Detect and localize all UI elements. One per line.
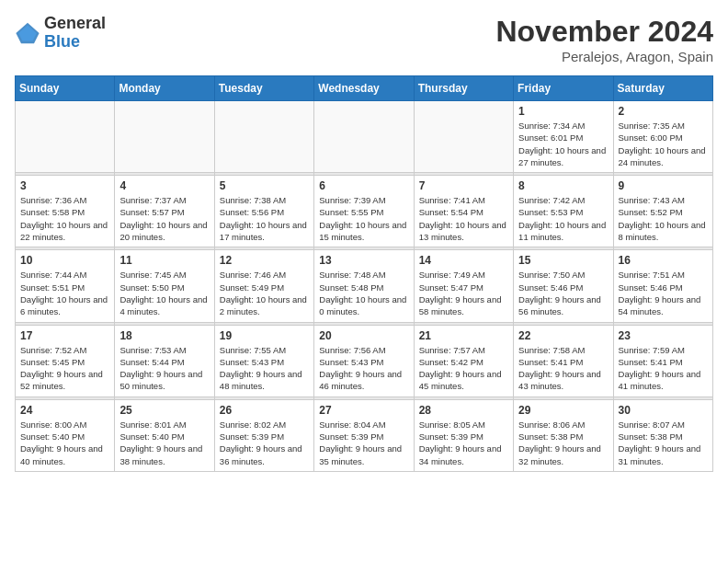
day-header-sunday: Sunday <box>16 76 115 101</box>
calendar-cell: 11Sunrise: 7:45 AMSunset: 5:50 PMDayligh… <box>115 250 214 322</box>
day-info: Sunrise: 7:59 AMSunset: 5:41 PMDaylight:… <box>619 344 708 393</box>
calendar-cell <box>115 101 214 173</box>
day-info: Sunrise: 7:42 AMSunset: 5:53 PMDaylight:… <box>518 194 608 243</box>
day-number: 25 <box>119 404 209 417</box>
day-number: 27 <box>319 404 408 417</box>
day-number: 6 <box>319 179 408 192</box>
calendar-cell: 14Sunrise: 7:49 AMSunset: 5:47 PMDayligh… <box>414 250 513 322</box>
calendar-cell: 28Sunrise: 8:05 AMSunset: 5:39 PMDayligh… <box>414 399 513 471</box>
calendar-cell: 5Sunrise: 7:38 AMSunset: 5:56 PMDaylight… <box>214 176 313 247</box>
calendar-cell: 18Sunrise: 7:53 AMSunset: 5:44 PMDayligh… <box>115 325 214 396</box>
day-number: 11 <box>119 254 209 267</box>
day-number: 26 <box>220 404 309 417</box>
day-number: 2 <box>619 105 708 118</box>
calendar-cell: 20Sunrise: 7:56 AMSunset: 5:43 PMDayligh… <box>314 325 414 396</box>
day-info: Sunrise: 7:50 AMSunset: 5:46 PMDaylight:… <box>518 269 608 317</box>
calendar-cell: 9Sunrise: 7:43 AMSunset: 5:52 PMDaylight… <box>613 176 712 247</box>
day-number: 10 <box>20 254 109 267</box>
calendar-cell: 15Sunrise: 7:50 AMSunset: 5:46 PMDayligh… <box>514 250 613 322</box>
calendar-cell: 22Sunrise: 7:58 AMSunset: 5:41 PMDayligh… <box>514 325 613 396</box>
day-info: Sunrise: 7:52 AMSunset: 5:45 PMDaylight:… <box>20 344 109 393</box>
calendar-cell: 2Sunrise: 7:35 AMSunset: 6:00 PMDaylight… <box>613 101 712 173</box>
day-info: Sunrise: 7:49 AMSunset: 5:47 PMDaylight:… <box>419 269 508 317</box>
calendar-cell <box>314 101 414 173</box>
day-info: Sunrise: 8:01 AMSunset: 5:40 PMDaylight:… <box>119 419 209 467</box>
calendar-table: SundayMondayTuesdayWednesdayThursdayFrid… <box>15 75 713 472</box>
day-number: 9 <box>619 179 708 192</box>
day-number: 28 <box>419 404 508 417</box>
day-info: Sunrise: 7:53 AMSunset: 5:44 PMDaylight:… <box>119 344 209 393</box>
day-header-monday: Monday <box>115 76 214 101</box>
calendar-week-row: 3Sunrise: 7:36 AMSunset: 5:58 PMDaylight… <box>16 176 713 247</box>
day-info: Sunrise: 7:38 AMSunset: 5:56 PMDaylight:… <box>220 194 309 243</box>
day-number: 12 <box>220 254 309 267</box>
day-info: Sunrise: 7:57 AMSunset: 5:42 PMDaylight:… <box>419 344 508 393</box>
day-info: Sunrise: 8:02 AMSunset: 5:39 PMDaylight:… <box>220 419 309 467</box>
day-info: Sunrise: 7:51 AMSunset: 5:46 PMDaylight:… <box>619 269 708 317</box>
day-info: Sunrise: 8:05 AMSunset: 5:39 PMDaylight:… <box>419 419 508 467</box>
calendar-cell <box>414 101 513 173</box>
day-info: Sunrise: 7:35 AMSunset: 6:00 PMDaylight:… <box>619 120 708 168</box>
day-header-tuesday: Tuesday <box>214 76 313 101</box>
day-number: 15 <box>518 254 608 267</box>
calendar-week-row: 24Sunrise: 8:00 AMSunset: 5:40 PMDayligh… <box>16 399 713 471</box>
calendar-cell <box>214 101 313 173</box>
day-number: 30 <box>619 404 708 417</box>
calendar-cell: 25Sunrise: 8:01 AMSunset: 5:40 PMDayligh… <box>115 399 214 471</box>
calendar-cell: 1Sunrise: 7:34 AMSunset: 6:01 PMDaylight… <box>514 101 613 173</box>
calendar-week-row: 17Sunrise: 7:52 AMSunset: 5:45 PMDayligh… <box>16 325 713 396</box>
day-header-saturday: Saturday <box>613 76 712 101</box>
day-header-friday: Friday <box>514 76 613 101</box>
calendar-week-row: 1Sunrise: 7:34 AMSunset: 6:01 PMDaylight… <box>16 101 713 173</box>
day-number: 5 <box>220 179 309 192</box>
day-info: Sunrise: 7:48 AMSunset: 5:48 PMDaylight:… <box>319 269 408 317</box>
calendar-cell: 17Sunrise: 7:52 AMSunset: 5:45 PMDayligh… <box>16 325 115 396</box>
day-info: Sunrise: 8:04 AMSunset: 5:39 PMDaylight:… <box>319 419 408 467</box>
calendar-cell: 4Sunrise: 7:37 AMSunset: 5:57 PMDaylight… <box>115 176 214 247</box>
day-number: 23 <box>619 329 708 342</box>
day-number: 7 <box>419 179 508 192</box>
title-block: November 2024 Peralejos, Aragon, Spain <box>495 15 713 64</box>
calendar-cell: 26Sunrise: 8:02 AMSunset: 5:39 PMDayligh… <box>214 399 313 471</box>
calendar-cell: 10Sunrise: 7:44 AMSunset: 5:51 PMDayligh… <box>16 250 115 322</box>
page-header: General Blue November 2024 Peralejos, Ar… <box>15 15 713 64</box>
day-info: Sunrise: 7:58 AMSunset: 5:41 PMDaylight:… <box>518 344 608 393</box>
day-number: 14 <box>419 254 508 267</box>
calendar-cell: 19Sunrise: 7:55 AMSunset: 5:43 PMDayligh… <box>214 325 313 396</box>
day-info: Sunrise: 7:34 AMSunset: 6:01 PMDaylight:… <box>518 120 608 168</box>
day-number: 17 <box>20 329 109 342</box>
calendar-cell: 3Sunrise: 7:36 AMSunset: 5:58 PMDaylight… <box>16 176 115 247</box>
day-info: Sunrise: 7:45 AMSunset: 5:50 PMDaylight:… <box>119 269 209 317</box>
day-number: 24 <box>20 404 109 417</box>
day-info: Sunrise: 7:36 AMSunset: 5:58 PMDaylight:… <box>20 194 109 243</box>
day-info: Sunrise: 7:43 AMSunset: 5:52 PMDaylight:… <box>619 194 708 243</box>
calendar-cell <box>16 101 115 173</box>
day-number: 29 <box>518 404 608 417</box>
day-number: 3 <box>20 179 109 192</box>
day-info: Sunrise: 8:06 AMSunset: 5:38 PMDaylight:… <box>518 419 608 467</box>
day-number: 22 <box>518 329 608 342</box>
day-header-thursday: Thursday <box>414 76 513 101</box>
day-number: 16 <box>619 254 708 267</box>
calendar-cell: 30Sunrise: 8:07 AMSunset: 5:38 PMDayligh… <box>613 399 712 471</box>
day-number: 4 <box>119 179 209 192</box>
calendar-cell: 29Sunrise: 8:06 AMSunset: 5:38 PMDayligh… <box>514 399 613 471</box>
month-title: November 2024 <box>495 15 713 49</box>
day-number: 19 <box>220 329 309 342</box>
day-info: Sunrise: 7:55 AMSunset: 5:43 PMDaylight:… <box>220 344 309 393</box>
calendar-cell: 27Sunrise: 8:04 AMSunset: 5:39 PMDayligh… <box>314 399 414 471</box>
calendar-cell: 24Sunrise: 8:00 AMSunset: 5:40 PMDayligh… <box>16 399 115 471</box>
day-info: Sunrise: 8:07 AMSunset: 5:38 PMDaylight:… <box>619 419 708 467</box>
calendar-week-row: 10Sunrise: 7:44 AMSunset: 5:51 PMDayligh… <box>16 250 713 322</box>
logo: General Blue <box>15 15 106 52</box>
day-number: 20 <box>319 329 408 342</box>
day-number: 21 <box>419 329 508 342</box>
day-info: Sunrise: 7:44 AMSunset: 5:51 PMDaylight:… <box>20 269 109 317</box>
day-info: Sunrise: 7:56 AMSunset: 5:43 PMDaylight:… <box>319 344 408 393</box>
location: Peralejos, Aragon, Spain <box>495 49 713 64</box>
day-info: Sunrise: 7:41 AMSunset: 5:54 PMDaylight:… <box>419 194 508 243</box>
calendar-cell: 21Sunrise: 7:57 AMSunset: 5:42 PMDayligh… <box>414 325 513 396</box>
day-info: Sunrise: 7:37 AMSunset: 5:57 PMDaylight:… <box>119 194 209 243</box>
logo-icon <box>15 20 40 46</box>
logo-general: General <box>44 14 106 32</box>
